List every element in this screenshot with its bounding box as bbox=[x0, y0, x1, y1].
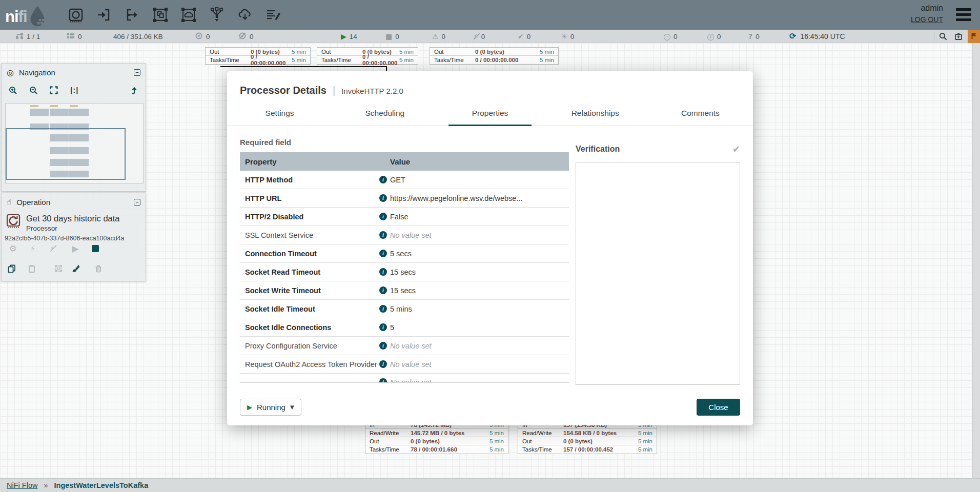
canvas-scrollbar[interactable] bbox=[972, 43, 980, 478]
bulletin-icon[interactable] bbox=[968, 30, 980, 43]
status-value: 1 / 1 bbox=[27, 33, 40, 40]
zoom-actual-icon[interactable]: |:| bbox=[70, 86, 78, 94]
output-port-icon[interactable] bbox=[124, 7, 140, 23]
property-value: GET bbox=[390, 176, 569, 184]
configure-icon[interactable]: ⚙ bbox=[7, 243, 18, 254]
search-icon[interactable] bbox=[937, 30, 949, 43]
property-name: HTTP/2 Disabled bbox=[240, 213, 379, 221]
process-group-icon[interactable] bbox=[152, 7, 169, 23]
collapse-navigation-button[interactable]: – bbox=[134, 69, 140, 76]
breadcrumb-root-link[interactable]: NiFi Flow bbox=[7, 481, 37, 489]
transmitting-icon bbox=[195, 32, 203, 42]
property-value: 5 mins bbox=[390, 305, 569, 313]
property-name: Request OAuth2 Access Token Provider bbox=[240, 360, 379, 368]
status-item-invalid: ⚠0 bbox=[432, 30, 445, 43]
property-row: Socket Idle Timeouti5 mins bbox=[240, 300, 569, 318]
status-item-sync-failure: ?0 bbox=[748, 30, 760, 43]
tab-scheduling[interactable]: Scheduling bbox=[332, 105, 437, 126]
collapse-operation-button[interactable]: – bbox=[134, 199, 140, 206]
tab-settings[interactable]: Settings bbox=[227, 105, 332, 126]
info-icon[interactable]: i bbox=[379, 286, 390, 294]
cluster-icon bbox=[15, 32, 24, 42]
required-field-label: Required field bbox=[240, 138, 569, 147]
processor-icon[interactable] bbox=[68, 7, 84, 23]
status-value: 0 bbox=[673, 33, 678, 40]
verification-title: Verification bbox=[576, 145, 620, 154]
remote-process-group-icon[interactable] bbox=[180, 7, 197, 23]
info-icon[interactable]: i bbox=[379, 176, 390, 183]
property-value: No value set bbox=[390, 231, 569, 239]
selected-component-type: Processor bbox=[26, 224, 57, 232]
copy-icon[interactable] bbox=[6, 263, 17, 274]
verification-check-icon[interactable]: ✔ bbox=[732, 144, 740, 154]
minimap-component bbox=[30, 105, 38, 107]
last-refresh[interactable]: ⟳ 16:45:40 UTC bbox=[789, 30, 845, 43]
start-icon[interactable]: ▶ bbox=[70, 243, 81, 254]
status-value: 0 bbox=[442, 33, 446, 40]
stat-row: Tasks/Time0 / 00:00:00.0005 min bbox=[430, 56, 558, 64]
global-menu-icon[interactable] bbox=[956, 8, 971, 24]
info-icon[interactable]: i bbox=[379, 342, 390, 350]
current-user: admin bbox=[911, 4, 943, 13]
bulletin-flag-icon bbox=[970, 32, 978, 42]
status-item-transmitting: 0 bbox=[195, 30, 210, 43]
stat-row: Out0 (0 bytes)5 min bbox=[365, 437, 508, 445]
property-row: Request OAuth2 Access Token ProvideriNo … bbox=[240, 355, 569, 374]
refresh-time: 16:45:40 UTC bbox=[800, 32, 845, 40]
info-icon[interactable]: i bbox=[379, 323, 390, 331]
minimap-viewport[interactable] bbox=[6, 128, 126, 180]
delete-icon[interactable] bbox=[93, 263, 104, 274]
funnel-icon[interactable] bbox=[209, 7, 225, 23]
stop-icon[interactable] bbox=[90, 243, 101, 254]
status-value: 0 bbox=[756, 33, 760, 40]
not-transmitting-icon bbox=[238, 32, 247, 42]
template-icon[interactable] bbox=[237, 7, 253, 23]
minimap-component bbox=[30, 109, 49, 116]
zoom-out-icon[interactable] bbox=[29, 86, 37, 94]
status-value: 0 bbox=[570, 33, 575, 40]
locally-modified-icon: ✳ bbox=[561, 33, 567, 40]
disable-icon[interactable]: ⚡ bbox=[47, 243, 58, 254]
property-name: Socket Idle Connections bbox=[240, 323, 379, 332]
info-icon[interactable]: i bbox=[379, 305, 390, 313]
enable-icon[interactable]: ⚡ bbox=[27, 243, 38, 254]
dialog-title-separator: | bbox=[333, 85, 335, 96]
info-icon[interactable]: i bbox=[379, 194, 390, 202]
status-value: 0 bbox=[250, 33, 254, 40]
run-state-button[interactable]: ▶ Running ▼ bbox=[240, 399, 301, 416]
minimap[interactable] bbox=[5, 103, 144, 183]
status-item-queued: 406 / 351.06 KB bbox=[110, 30, 163, 43]
disabled-icon: ⚡ bbox=[473, 33, 478, 40]
zoom-fit-icon[interactable] bbox=[50, 86, 58, 94]
running-play-icon: ▶ bbox=[247, 403, 252, 411]
app-header: nifi admin LOG OUT bbox=[0, 0, 980, 30]
info-icon[interactable]: i bbox=[379, 268, 390, 276]
stat-row: Tasks/Time157 / 00:00:00.4525 min bbox=[518, 445, 657, 454]
property-name: HTTP Method bbox=[240, 176, 379, 184]
input-port-icon[interactable] bbox=[96, 7, 112, 23]
component-toolbar bbox=[68, 0, 281, 30]
tab-relationships[interactable]: Relationships bbox=[543, 105, 648, 126]
zoom-in-icon[interactable] bbox=[9, 86, 17, 94]
operation-panel: ☝ Operation – Get 30 days historic data … bbox=[1, 193, 146, 281]
chevron-down-icon: ▼ bbox=[290, 404, 294, 410]
info-icon[interactable]: i bbox=[379, 378, 390, 382]
color-icon[interactable] bbox=[70, 263, 81, 274]
info-icon[interactable]: i bbox=[379, 213, 390, 220]
paste-icon[interactable] bbox=[26, 263, 37, 274]
stat-row: Read/Write145.72 MB / 0 bytes5 min bbox=[365, 429, 508, 437]
flow-analysis-icon[interactable] bbox=[952, 30, 965, 43]
close-button[interactable]: Close bbox=[697, 399, 740, 416]
tab-comments[interactable]: Comments bbox=[648, 105, 753, 126]
label-icon[interactable] bbox=[265, 7, 281, 23]
group-icon[interactable] bbox=[53, 263, 64, 274]
dialog-title: Processor Details bbox=[240, 85, 326, 96]
status-item-stopped: ■0 bbox=[385, 30, 399, 43]
info-icon[interactable]: i bbox=[379, 360, 390, 368]
info-icon[interactable]: i bbox=[379, 231, 390, 239]
tab-properties[interactable]: Properties bbox=[437, 105, 542, 126]
logout-link[interactable]: LOG OUT bbox=[911, 15, 943, 24]
property-row: Socket Write Timeouti15 secs bbox=[240, 281, 569, 300]
jump-to-icon[interactable] bbox=[130, 86, 138, 94]
info-icon[interactable]: i bbox=[379, 250, 390, 257]
